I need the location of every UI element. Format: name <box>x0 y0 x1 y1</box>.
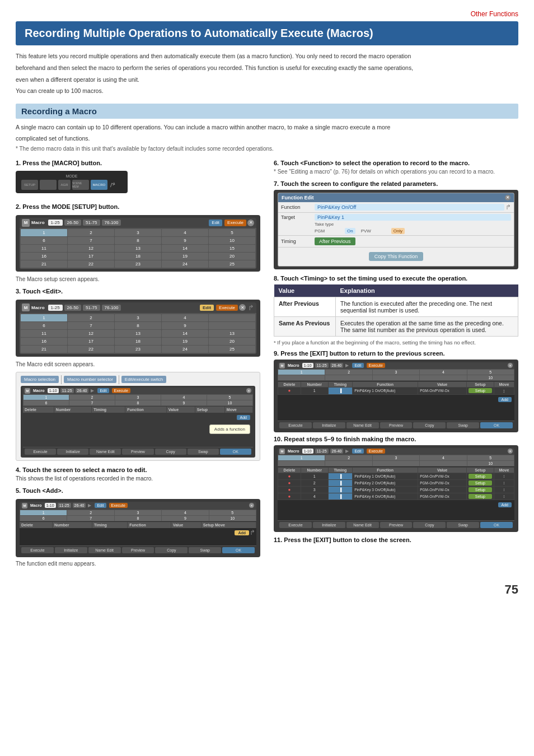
macro-cell-14[interactable]: 14 <box>162 245 208 252</box>
macro-icon-s3: M <box>22 304 30 311</box>
copy-this-function-btn[interactable]: Copy This Function <box>369 252 423 261</box>
th-function: Function <box>125 407 167 413</box>
other-functions-label: Other Functions <box>16 10 518 18</box>
step3-caption: The Macro edit screen appears. <box>16 361 260 367</box>
adds-function-callout: Adds a function <box>209 424 250 434</box>
execute-btn[interactable]: Execute <box>224 220 246 226</box>
th-delete: Delete <box>23 407 54 413</box>
tab-51-75[interactable]: 51-75 <box>83 220 100 226</box>
macro-cell-12[interactable]: 12 <box>68 245 114 252</box>
name-edit-btn[interactable]: Name Edit <box>90 449 121 455</box>
step7-heading: 7. Touch the screen to configure the rel… <box>274 180 518 187</box>
func-timing-value[interactable]: After Previous <box>315 237 355 245</box>
step3-heading: 3. Touch <Edit>. <box>16 288 260 295</box>
swap-btn[interactable]: Swap <box>188 449 219 455</box>
copy-btn[interactable]: Copy <box>155 449 186 455</box>
fn-row-s10-1: ●1 ▐ PinP&Key 1 On/Off(Auto) PGM-On/PVW-… <box>278 473 514 479</box>
add-btn-main[interactable]: Add <box>237 415 250 420</box>
macro-cell-16[interactable]: 16 <box>21 253 67 260</box>
th-value: Value <box>166 407 195 413</box>
preview-btn[interactable]: Preview <box>122 449 153 455</box>
func-function-value[interactable]: PinP&Key On/Off <box>315 204 504 211</box>
macro-cell-22[interactable]: 22 <box>68 260 114 268</box>
macro-cell-9[interactable]: 9 <box>162 237 208 244</box>
step9-heading: 9. Press the [EXIT] button to return to … <box>274 350 518 357</box>
add-btn-s9[interactable]: Add <box>498 397 512 402</box>
add-btn-s10[interactable]: Add <box>498 502 512 507</box>
step6-note: * See "Editing a macro" (p. 76) for deta… <box>274 169 518 175</box>
macro-cell-11[interactable]: 11 <box>21 245 67 252</box>
func-pvw-value[interactable]: Only <box>391 228 405 234</box>
step4-sub: This shows the list of operations record… <box>16 475 260 482</box>
tab-51-75-s3[interactable]: 51-75 <box>83 305 100 311</box>
macro-cell-6[interactable]: 6 <box>21 237 67 244</box>
macro-number-selector-label: Macro number selector <box>64 376 116 383</box>
explanation-table: Value Explanation After Previous The fun… <box>274 284 518 337</box>
close-btn-sel[interactable]: ✕ <box>246 388 251 393</box>
step11-heading: 11. Press the [EXIT] button to close the… <box>274 536 518 543</box>
macro-screen-step10: M Macro 1-10 11-25 26-40 ▶ Edit Execute … <box>274 445 518 532</box>
macro-cell-1[interactable]: 1 <box>21 229 67 236</box>
macro-cell-21[interactable]: 21 <box>21 260 67 268</box>
section1-title: Recording a Macro <box>16 104 518 119</box>
macro-icon-sel: M <box>25 388 30 394</box>
macro-cell-7[interactable]: 7 <box>68 237 114 244</box>
execute-btn-sel[interactable]: Execute <box>112 388 130 393</box>
macro-selection-label: Macro selection <box>21 376 59 383</box>
macro-cell-3[interactable]: 3 <box>115 229 161 236</box>
th-move: Move <box>224 407 252 413</box>
section1-note: * The demo macro data in this unit that'… <box>16 146 518 152</box>
tab-26-50-s3[interactable]: 26-50 <box>64 305 81 311</box>
func-function-label: Function <box>281 204 315 210</box>
macro-cell-25[interactable]: 25 <box>209 260 255 268</box>
macro-cell-4[interactable]: 4 <box>162 229 208 236</box>
tab-1-25-s3[interactable]: 1-25 <box>48 305 63 311</box>
macro-cell-2[interactable]: 2 <box>68 229 114 236</box>
step5-caption: The function edit menu appears. <box>16 561 260 567</box>
tab-26-50[interactable]: 26-50 <box>64 220 81 226</box>
edit-btn[interactable]: Edit <box>209 220 222 226</box>
macro-cell-17[interactable]: 17 <box>68 253 114 260</box>
step10-heading: 10. Repeat steps 5–9 to finish making th… <box>274 436 518 442</box>
close-btn-s3[interactable]: ✕ <box>239 304 246 311</box>
macro-cell-8[interactable]: 8 <box>115 237 161 244</box>
step6-heading: 6. Touch <Function> to select the operat… <box>274 160 518 166</box>
macro-cell-19[interactable]: 19 <box>162 253 208 260</box>
close-btn[interactable]: ✕ <box>247 220 254 226</box>
explanation-col1-header: Value <box>274 284 336 297</box>
macro-icon-s5: M <box>22 503 27 508</box>
func-edit-close[interactable]: ✕ <box>505 195 510 200</box>
macro-screen-step5: M Macro 1-10 11-25 26-40 ▶ Edit Execute … <box>16 499 260 558</box>
macro-cell-20[interactable]: 20 <box>209 253 255 260</box>
section1-intro2: complicated set of functions. <box>16 134 518 143</box>
tab-26-40-sel[interactable]: 26-40 <box>76 388 89 393</box>
initialize-btn[interactable]: Initialize <box>57 449 88 455</box>
macro-screen-step9: M Macro 1-10 11-25 26-40 ▶ Edit Execute … <box>274 360 518 432</box>
same-as-previous-label: Same As Previous <box>274 316 336 336</box>
func-pvw-label: PVW <box>361 228 389 234</box>
edit-btn-s3[interactable]: Edit <box>200 305 214 311</box>
intro-line1: This feature lets you record multiple op… <box>16 52 518 61</box>
func-target-value[interactable]: PinP&Key 1 <box>315 214 511 221</box>
macro-cell-15[interactable]: 15 <box>209 245 255 252</box>
tab-1-25[interactable]: 1-25 <box>48 220 63 226</box>
macro-cell-13[interactable]: 13 <box>115 245 161 252</box>
macro-cell-10[interactable]: 10 <box>209 237 255 244</box>
tab-76-100-s3[interactable]: 76-100 <box>102 305 121 311</box>
macro-cell-18[interactable]: 18 <box>115 253 161 260</box>
tab-11-25-sel[interactable]: 11-25 <box>60 388 74 393</box>
func-pgm-value[interactable]: On <box>345 228 355 234</box>
macro-cell-5[interactable]: 5 <box>209 229 255 236</box>
execute-bottom-btn[interactable]: Execute <box>25 449 56 455</box>
tab-76-100[interactable]: 76-100 <box>102 220 121 226</box>
execute-btn-s3[interactable]: Execute <box>216 305 238 311</box>
edit-btn-sel[interactable]: Edit <box>97 388 109 393</box>
macro-cell-23[interactable]: 23 <box>115 260 161 268</box>
add-btn-s5[interactable]: Add <box>235 530 249 535</box>
func-target-label: Target <box>281 214 315 220</box>
macro-cell-24[interactable]: 24 <box>162 260 208 268</box>
ok-btn[interactable]: OK <box>220 449 251 455</box>
edit-btn-s5[interactable]: Edit <box>95 503 106 508</box>
tab-1-10-sel[interactable]: 1-10 <box>48 388 59 393</box>
same-as-previous-explanation: Executes the operation at the same time … <box>336 316 518 336</box>
